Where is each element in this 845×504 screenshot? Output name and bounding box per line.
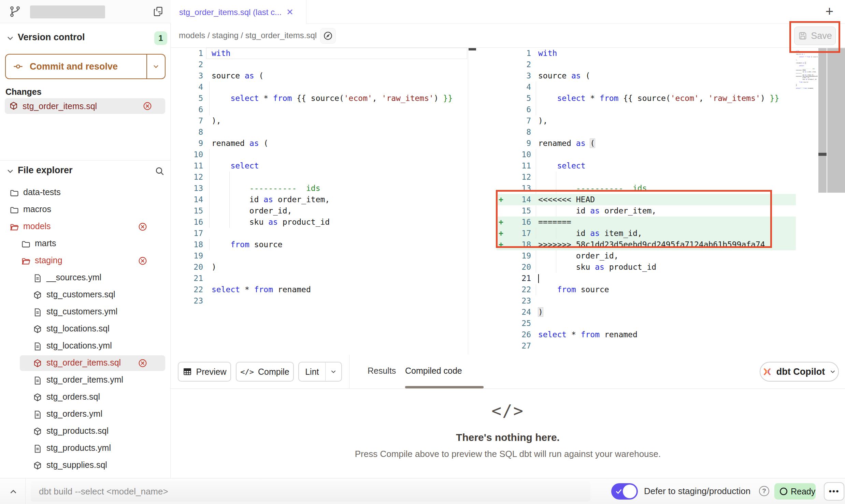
code-line-21[interactable]: 21 <box>497 273 796 284</box>
discard-change-icon[interactable] <box>143 101 152 111</box>
code-line-19[interactable]: 19 <box>171 250 468 262</box>
lint-split-button[interactable]: Lint <box>298 362 342 382</box>
code-line-9[interactable]: 9renamed as ( <box>497 138 796 149</box>
editor-scrollbar-thumb[interactable] <box>818 153 827 156</box>
file-tree-item-stg_products.sql[interactable]: stg_products.sql <box>0 423 171 440</box>
discard-change-icon[interactable] <box>138 256 147 266</box>
code-line-3[interactable]: 3source as ( <box>497 70 796 81</box>
code-line-27[interactable]: 27 <box>497 340 796 352</box>
code-line-2[interactable]: 2 <box>497 59 796 70</box>
code-line-16[interactable]: 16 sku as product_id <box>171 217 468 228</box>
commit-dropdown-button[interactable] <box>146 55 165 78</box>
code-line-5[interactable]: 5 select * from {{ source('ecom', 'raw_i… <box>497 93 796 104</box>
code-line-22[interactable]: 22 from source <box>497 284 796 295</box>
new-tab-button[interactable]: + <box>826 3 833 19</box>
left-pane-scrollbar-thumb[interactable] <box>469 48 476 50</box>
file-tree-item-stg_locations.yml[interactable]: stg_locations.yml <box>0 338 171 355</box>
compile-button[interactable]: </> Compile <box>236 362 294 382</box>
minimap[interactable]: with source as ( select * from {{ source… <box>796 50 818 98</box>
code-line-4[interactable]: 4 <box>497 81 796 93</box>
code-line-26[interactable]: 26select * from renamed <box>497 329 796 340</box>
changed-file-row[interactable]: stg_order_items.sql <box>5 98 165 114</box>
help-icon[interactable]: ? <box>759 486 769 496</box>
chevron-up-icon[interactable] <box>8 487 18 497</box>
code-line-10[interactable]: 10 <box>497 149 796 160</box>
code-line-18[interactable]: +18>>>>>>> 58c1dd23d5eebd9cd2495fa7124ab… <box>497 239 796 250</box>
status-badge-ready[interactable]: Ready <box>774 483 816 500</box>
file-tree-item-stg_orders.yml[interactable]: stg_orders.yml <box>0 406 171 423</box>
file-tree-item-stg_order_items.yml[interactable]: stg_order_items.yml <box>0 372 171 389</box>
file-tree-item-stg_order_items.sql[interactable]: stg_order_items.sql <box>0 355 171 372</box>
preview-button[interactable]: Preview <box>178 362 231 382</box>
file-tree-item-data-tests[interactable]: data-tests <box>0 184 171 201</box>
tab-compiled-code[interactable]: Compiled code <box>405 366 462 376</box>
file-tree-item-stg_supplies.sql[interactable]: stg_supplies.sql <box>0 457 171 474</box>
dbt-copilot-button[interactable]: dbt Copilot <box>760 362 839 382</box>
code-line-11[interactable]: 11 select <box>171 160 468 172</box>
code-line-25[interactable]: 25 <box>497 318 796 329</box>
code-line-4[interactable]: 4 <box>171 81 468 93</box>
save-button[interactable]: Save <box>794 27 836 45</box>
file-tree-item-__sources.yml[interactable]: __sources.yml <box>0 269 171 286</box>
code-line-24[interactable]: 24) <box>497 307 796 318</box>
file-tree-item-stg_customers.yml[interactable]: stg_customers.yml <box>0 303 171 321</box>
discard-change-icon[interactable] <box>138 222 147 232</box>
code-line-14[interactable]: 14 id as order_item, <box>171 194 468 205</box>
code-line-11[interactable]: 11 select <box>497 160 796 172</box>
code-line-20[interactable]: 20 sku as product_id <box>497 262 796 273</box>
code-line-3[interactable]: 3source as ( <box>171 70 468 81</box>
code-line-8[interactable]: 8 <box>171 127 468 138</box>
file-tree-item-macros[interactable]: macros <box>0 201 171 218</box>
code-line-7[interactable]: 7), <box>171 115 468 127</box>
tab-results[interactable]: Results <box>368 366 396 376</box>
lineage-button[interactable] <box>320 28 336 44</box>
code-line-21[interactable]: 21 <box>171 273 468 284</box>
code-line-7[interactable]: 7), <box>497 115 796 127</box>
editor-scrollbar[interactable] <box>818 48 827 193</box>
file-tree-item-staging[interactable]: staging <box>0 252 171 269</box>
file-tree-item-marts[interactable]: marts <box>0 235 171 252</box>
tab-stg-order-items[interactable]: stg_order_items.sql (last c... ✕ <box>171 0 306 24</box>
file-tree-item-stg_customers.sql[interactable]: stg_customers.sql <box>0 286 171 303</box>
chevron-down-icon[interactable] <box>5 166 15 176</box>
code-line-6[interactable]: 6 <box>497 104 796 115</box>
file-tree-item-stg_products.yml[interactable]: stg_products.yml <box>0 440 171 457</box>
chevron-down-icon[interactable] <box>5 33 15 43</box>
discard-change-icon[interactable] <box>138 358 147 368</box>
code-line-14[interactable]: +14<<<<<<< HEAD <box>497 194 796 205</box>
window-scrollbar[interactable] <box>827 48 845 193</box>
close-tab-icon[interactable]: ✕ <box>286 7 293 17</box>
git-branch-icon[interactable] <box>9 5 21 18</box>
code-line-13[interactable]: 13 ---------- ids <box>497 183 796 194</box>
code-line-13[interactable]: 13 ---------- ids <box>171 183 468 194</box>
code-line-15[interactable]: 15 order_id, <box>171 205 468 217</box>
copy-files-icon[interactable] <box>152 5 164 18</box>
code-line-5[interactable]: 5 select * from {{ source('ecom', 'raw_i… <box>171 93 468 104</box>
code-line-9[interactable]: 9renamed as ( <box>171 138 468 149</box>
code-line-10[interactable]: 10 <box>171 149 468 160</box>
code-line-12[interactable]: 12 <box>497 172 796 183</box>
editor-pane-modified[interactable]: 1with23source as (45 select * from {{ so… <box>497 48 796 355</box>
code-line-16[interactable]: +16======= <box>497 217 796 228</box>
code-line-19[interactable]: 19 order_id, <box>497 250 796 262</box>
code-line-12[interactable]: 12 <box>171 172 468 183</box>
search-icon[interactable] <box>154 166 165 177</box>
editor-pane-original[interactable]: 1with23source as (45 select * from {{ so… <box>171 48 468 355</box>
code-line-20[interactable]: 20) <box>171 262 468 273</box>
file-tree-item-models[interactable]: models <box>0 218 171 235</box>
code-line-23[interactable]: 23 <box>171 295 468 307</box>
lint-dropdown-button[interactable] <box>325 362 341 381</box>
code-line-1[interactable]: 1with <box>497 48 796 59</box>
code-line-22[interactable]: 22select * from renamed <box>171 284 468 295</box>
overflow-menu-button[interactable]: ••• <box>824 482 844 501</box>
command-input[interactable]: dbt build --select <model_name> <box>31 481 590 502</box>
file-tree-item-stg_orders.sql[interactable]: stg_orders.sql <box>0 389 171 406</box>
code-line-6[interactable]: 6 <box>171 104 468 115</box>
defer-toggle[interactable] <box>611 483 638 500</box>
code-line-15[interactable]: 15 id as order_item, <box>497 205 796 217</box>
code-line-17[interactable]: +17 id as item_id, <box>497 228 796 239</box>
code-line-18[interactable]: 18 from source <box>171 239 468 250</box>
file-tree-item-stg_locations.sql[interactable]: stg_locations.sql <box>0 321 171 338</box>
commit-and-resolve-button[interactable]: Commit and resolve <box>5 54 166 79</box>
code-line-23[interactable]: 23 <box>497 295 796 307</box>
